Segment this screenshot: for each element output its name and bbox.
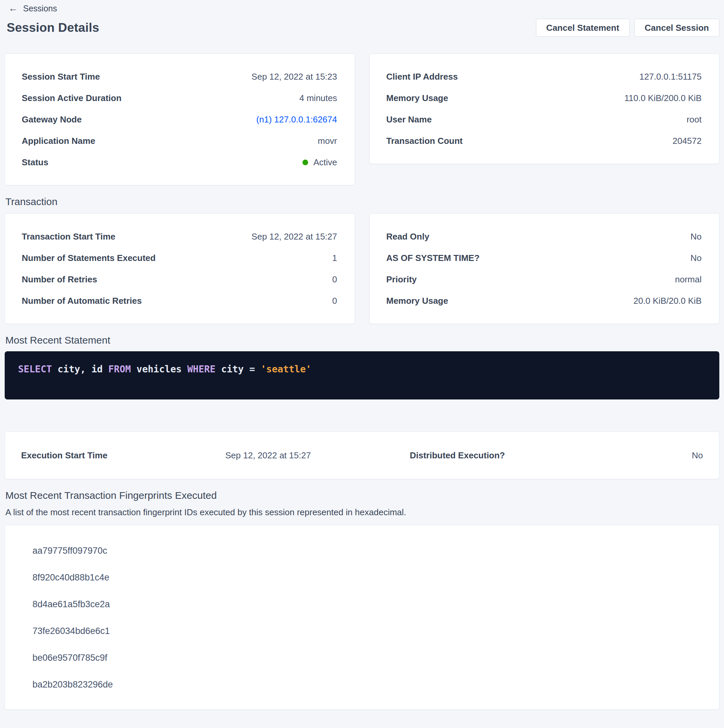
transaction-start-time-row: Transaction Start Time Sep 12, 2022 at 1…: [22, 226, 337, 247]
status-badge: Active: [302, 157, 337, 168]
sql-identifier: city: [216, 364, 249, 375]
session-details-page: ← Sessions Session Details Cancel Statem…: [0, 0, 724, 728]
automatic-retries-label: Number of Automatic Retries: [22, 296, 142, 306]
fingerprint-item: aa79775ff097970c: [32, 537, 703, 564]
sql-statement-text: SELECT city, id FROM vehicles WHERE city…: [18, 363, 706, 375]
read-only-label: Read Only: [386, 231, 430, 242]
user-name-value: root: [687, 115, 702, 125]
transaction-count-row: Transaction Count 204572: [386, 130, 702, 151]
client-ip-value: 127.0.0.1:51175: [639, 72, 702, 82]
session-start-time-value: Sep 12, 2022 at 15:23: [252, 72, 337, 82]
priority-value: normal: [675, 274, 702, 285]
page-title: Session Details: [7, 21, 99, 35]
status-value: Active: [314, 157, 337, 168]
breadcrumb-label[interactable]: Sessions: [23, 4, 57, 14]
user-name-label: User Name: [386, 115, 432, 125]
transaction-count-label: Transaction Count: [386, 136, 463, 146]
read-only-value: No: [690, 231, 702, 242]
retries-label: Number of Retries: [22, 274, 97, 285]
sql-keyword: WHERE: [187, 364, 216, 375]
status-active-dot-icon: [302, 160, 308, 165]
statement-section-heading: Most Recent Statement: [5, 335, 719, 346]
application-name-value: movr: [318, 136, 337, 146]
memory-usage-label: Memory Usage: [386, 93, 448, 103]
as-of-system-time-row: AS OF SYSTEM TIME? No: [386, 247, 702, 269]
application-name-row: Application Name movr: [22, 130, 337, 151]
execution-start-time-value: Sep 12, 2022 at 15:27: [164, 450, 311, 461]
transaction-row: Transaction Start Time Sep 12, 2022 at 1…: [5, 213, 719, 324]
statements-executed-label: Number of Statements Executed: [22, 253, 156, 263]
sql-identifier: vehicles: [131, 364, 187, 375]
fingerprints-card: aa79775ff097970c 8f920c40d88b1c4e 8d4ae6…: [5, 525, 719, 710]
sql-statement-box: SELECT city, id FROM vehicles WHERE city…: [5, 351, 719, 399]
fingerprints-description: A list of the most recent transaction fi…: [5, 507, 719, 518]
transaction-card-left: Transaction Start Time Sep 12, 2022 at 1…: [5, 213, 355, 324]
status-row: Status Active: [22, 151, 337, 173]
session-active-duration-value: 4 minutes: [299, 93, 337, 103]
retries-row: Number of Retries 0: [22, 269, 337, 290]
statements-executed-value: 1: [332, 253, 337, 263]
statements-executed-row: Number of Statements Executed 1: [22, 247, 337, 269]
gateway-node-label: Gateway Node: [22, 115, 82, 125]
session-active-duration-row: Session Active Duration 4 minutes: [22, 87, 337, 109]
gateway-node-link[interactable]: (n1) 127.0.0.1:62674: [256, 115, 337, 125]
memory-usage-row: Memory Usage 110.0 KiB/200.0 KiB: [386, 87, 702, 109]
txn-memory-usage-value: 20.0 KiB/20.0 KiB: [633, 296, 702, 306]
user-name-row: User Name root: [386, 109, 702, 130]
application-name-label: Application Name: [22, 136, 95, 146]
fingerprint-item: 8f920c40d88b1c4e: [32, 564, 703, 591]
cancel-statement-button[interactable]: Cancel Statement: [536, 19, 630, 37]
fingerprints-section-heading: Most Recent Transaction Fingerprints Exe…: [5, 490, 719, 501]
session-summary-card-left: Session Start Time Sep 12, 2022 at 15:23…: [5, 54, 355, 185]
distributed-execution-label: Distributed Execution?: [410, 450, 560, 461]
priority-label: Priority: [386, 274, 417, 285]
sql-keyword: FROM: [109, 364, 131, 375]
gateway-node-row: Gateway Node (n1) 127.0.0.1:62674: [22, 109, 337, 130]
fingerprint-item: 8d4ae61a5fb3ce2a: [32, 591, 703, 618]
priority-row: Priority normal: [386, 269, 702, 290]
txn-memory-usage-row: Memory Usage 20.0 KiB/20.0 KiB: [386, 290, 702, 312]
sql-keyword: SELECT: [18, 364, 52, 375]
read-only-row: Read Only No: [386, 226, 702, 247]
transaction-start-time-label: Transaction Start Time: [22, 231, 115, 242]
status-label: Status: [22, 157, 48, 168]
distributed-execution-value: No: [560, 450, 703, 461]
sql-string-literal: 'seattle': [261, 364, 311, 375]
sql-operator: =: [249, 364, 261, 375]
client-ip-row: Client IP Address 127.0.0.1:51175: [386, 66, 702, 87]
retries-value: 0: [332, 274, 337, 285]
sql-identifier: city, id: [52, 364, 109, 375]
fingerprint-item: be06e9570f785c9f: [32, 644, 703, 671]
breadcrumb[interactable]: ← Sessions: [5, 3, 719, 14]
as-of-system-time-value: No: [690, 253, 702, 263]
client-ip-label: Client IP Address: [386, 72, 458, 82]
transaction-start-time-value: Sep 12, 2022 at 15:27: [252, 231, 337, 242]
page-header: Session Details Cancel Statement Cancel …: [5, 19, 719, 37]
automatic-retries-value: 0: [332, 296, 337, 306]
cancel-session-button[interactable]: Cancel Session: [634, 19, 719, 37]
automatic-retries-row: Number of Automatic Retries 0: [22, 290, 337, 312]
memory-usage-value: 110.0 KiB/200.0 KiB: [624, 93, 702, 103]
execution-start-time-label: Execution Start Time: [21, 450, 164, 461]
transaction-section-heading: Transaction: [5, 196, 719, 207]
session-start-time-row: Session Start Time Sep 12, 2022 at 15:23: [22, 66, 337, 87]
session-summary-card-right: Client IP Address 127.0.0.1:51175 Memory…: [369, 54, 719, 164]
back-arrow-icon: ←: [8, 4, 18, 13]
transaction-count-value: 204572: [672, 136, 702, 146]
session-active-duration-label: Session Active Duration: [22, 93, 121, 103]
execution-details-card: Execution Start Time Sep 12, 2022 at 15:…: [5, 431, 719, 479]
fingerprint-item: ba2b203b823296de: [32, 671, 703, 698]
txn-memory-usage-label: Memory Usage: [386, 296, 448, 306]
session-summary-row: Session Start Time Sep 12, 2022 at 15:23…: [5, 54, 719, 185]
session-start-time-label: Session Start Time: [22, 72, 100, 82]
header-actions: Cancel Statement Cancel Session: [536, 19, 719, 37]
as-of-system-time-label: AS OF SYSTEM TIME?: [386, 253, 480, 263]
transaction-card-right: Read Only No AS OF SYSTEM TIME? No Prior…: [369, 213, 719, 324]
fingerprint-item: 73fe26034bd6e6c1: [32, 618, 703, 644]
